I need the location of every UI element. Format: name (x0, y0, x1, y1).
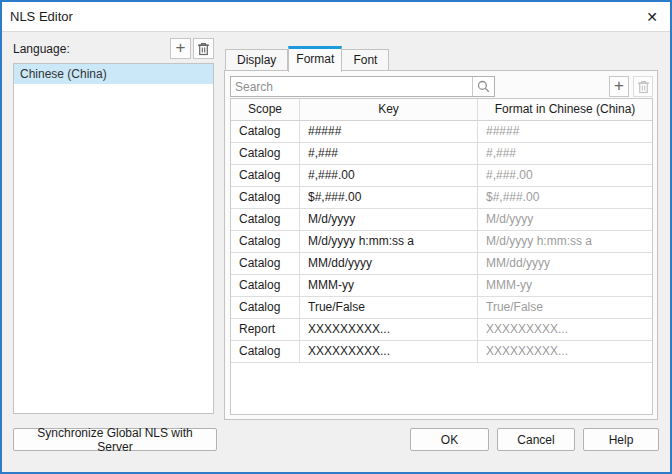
table-row[interactable]: Catalog#,###.00#,###.00 (231, 165, 652, 187)
cell-scope: Catalog (231, 121, 300, 143)
cell-scope: Catalog (231, 275, 300, 297)
title-bar: NLS Editor ✕ (2, 2, 670, 32)
table-row[interactable]: CatalogTrue/FalseTrue/False (231, 297, 652, 319)
table-row[interactable]: Catalog$#,###.00$#,###.00 (231, 187, 652, 209)
table-row[interactable]: CatalogXXXXXXXXX...XXXXXXXXX... (231, 341, 652, 363)
format-tab-panel: + Scope Key Format in Chinese (China) Ca… (224, 70, 658, 420)
format-table-body: Catalog##########Catalog#,####,###Catalo… (231, 121, 652, 363)
tab-format[interactable]: Format (288, 46, 342, 72)
language-label: Language: (13, 42, 70, 56)
table-row[interactable]: CatalogM/d/yyyyM/d/yyyy (231, 209, 652, 231)
window-title: NLS Editor (2, 9, 73, 24)
cell-key: XXXXXXXXX... (300, 341, 478, 363)
cell-key: #,###.00 (300, 165, 478, 187)
tab-display[interactable]: Display (225, 49, 288, 71)
cell-format[interactable]: MM/dd/yyyy (478, 253, 652, 275)
close-icon[interactable]: ✕ (634, 2, 670, 31)
cell-scope: Catalog (231, 209, 300, 231)
cell-key: M/d/yyyy (300, 209, 478, 231)
cell-key: #,### (300, 143, 478, 165)
format-toolbar: + (230, 76, 653, 97)
delete-format-button[interactable] (633, 76, 653, 97)
cell-format[interactable]: #,###.00 (478, 165, 652, 187)
delete-language-button[interactable] (193, 38, 214, 59)
tab-font[interactable]: Font (342, 49, 389, 71)
column-header-scope[interactable]: Scope (231, 99, 300, 121)
cell-format[interactable]: True/False (478, 297, 652, 319)
cell-key: MMM-yy (300, 275, 478, 297)
plus-icon: + (614, 77, 624, 94)
cell-key: XXXXXXXXX... (300, 319, 478, 341)
cell-scope: Report (231, 319, 300, 341)
cell-scope: Catalog (231, 231, 300, 253)
cell-format[interactable]: MMM-yy (478, 275, 652, 297)
sync-global-nls-button[interactable]: Synchronize Global NLS with Server (13, 428, 217, 451)
table-row[interactable]: Catalog########## (231, 121, 652, 143)
cell-format[interactable]: #,### (478, 143, 652, 165)
cell-scope: Catalog (231, 187, 300, 209)
table-row[interactable]: CatalogMMM-yyMMM-yy (231, 275, 652, 297)
cell-scope: Catalog (231, 253, 300, 275)
cell-scope: Catalog (231, 297, 300, 319)
cell-scope: Catalog (231, 165, 300, 187)
cell-key: True/False (300, 297, 478, 319)
cell-format[interactable]: M/d/yyyy (478, 209, 652, 231)
plus-icon: + (176, 39, 186, 56)
trash-icon (637, 80, 650, 94)
add-format-button[interactable]: + (609, 76, 629, 97)
language-toolbar: + (170, 38, 214, 59)
table-row[interactable]: Catalog#,####,### (231, 143, 652, 165)
column-header-format[interactable]: Format in Chinese (China) (478, 99, 652, 121)
cell-format[interactable]: XXXXXXXXX... (478, 341, 652, 363)
search-box (230, 76, 495, 97)
table-row[interactable]: CatalogMM/dd/yyyyMM/dd/yyyy (231, 253, 652, 275)
cancel-button[interactable]: Cancel (497, 428, 575, 451)
cell-scope: Catalog (231, 143, 300, 165)
cell-key: $#,###.00 (300, 187, 478, 209)
table-row[interactable]: CatalogM/d/yyyy h:mm:ss aM/d/yyyy h:mm:s… (231, 231, 652, 253)
help-button[interactable]: Help (583, 428, 659, 451)
cell-key: MM/dd/yyyy (300, 253, 478, 275)
cell-scope: Catalog (231, 341, 300, 363)
cell-format[interactable]: M/d/yyyy h:mm:ss a (478, 231, 652, 253)
cell-key: ##### (300, 121, 478, 143)
trash-icon (197, 42, 210, 56)
cell-format[interactable]: XXXXXXXXX... (478, 319, 652, 341)
column-header-key[interactable]: Key (300, 99, 478, 121)
add-language-button[interactable]: + (170, 38, 191, 59)
search-input[interactable] (231, 77, 472, 96)
table-row[interactable]: ReportXXXXXXXXX...XXXXXXXXX... (231, 319, 652, 341)
language-list[interactable]: Chinese (China) (13, 63, 214, 414)
nls-editor-dialog: NLS Editor ✕ Language: + Chinese (China)… (0, 0, 672, 474)
table-header-row: Scope Key Format in Chinese (China) (231, 99, 652, 121)
format-table: Scope Key Format in Chinese (China) Cata… (230, 98, 653, 415)
language-header: Language: + (13, 36, 214, 61)
cell-format[interactable]: $#,###.00 (478, 187, 652, 209)
tab-bar: DisplayFormatFont (225, 45, 389, 71)
search-button[interactable] (472, 77, 494, 96)
cell-format[interactable]: ##### (478, 121, 652, 143)
cell-key: M/d/yyyy h:mm:ss a (300, 231, 478, 253)
search-icon (477, 80, 490, 93)
language-list-item[interactable]: Chinese (China) (14, 64, 213, 84)
ok-button[interactable]: OK (410, 428, 489, 451)
